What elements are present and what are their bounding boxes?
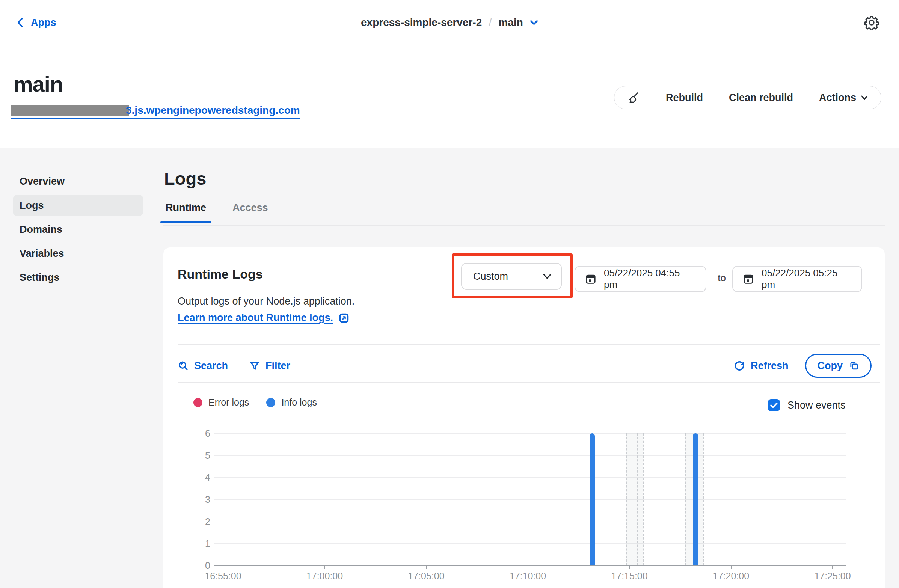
runtime-chart: 012345616:55:0017:00:0017:05:0017:10:001… <box>195 424 886 588</box>
x-axis-tick-label: 17:05:00 <box>408 571 444 582</box>
x-axis-tick-label: 17:20:00 <box>713 571 749 582</box>
refresh-icon <box>734 360 745 372</box>
show-events-label: Show events <box>788 400 846 411</box>
runtime-logs-description: Output logs of your Node.js application. <box>178 295 354 307</box>
breadcrumb-separator: / <box>482 16 498 29</box>
rebuild-button-label: Rebuild <box>666 92 703 103</box>
calendar-icon <box>743 273 754 285</box>
calendar-icon <box>585 273 596 285</box>
environment-title: main <box>14 71 63 97</box>
event-marker-line <box>685 433 686 565</box>
page-title: Logs <box>164 168 206 189</box>
rebuild-button[interactable]: Rebuild <box>653 86 716 109</box>
filter-label: Filter <box>266 360 290 372</box>
x-axis-tick <box>324 565 325 569</box>
environment-url-text: 3.js.wpenginepoweredstaging.com <box>126 104 300 116</box>
y-gridline <box>214 522 846 522</box>
chevron-down-icon <box>861 95 868 100</box>
y-gridline <box>214 499 846 500</box>
event-band <box>626 433 643 565</box>
info-logs-label: Info logs <box>281 397 317 408</box>
tab-runtime[interactable]: Runtime <box>164 202 208 223</box>
y-gridline <box>214 543 846 544</box>
sidebar-item-domains[interactable]: Domains <box>13 219 144 240</box>
clean-rebuild-button-label: Clean rebuild <box>729 92 793 103</box>
refresh-label: Refresh <box>751 360 789 372</box>
breadcrumb-environment: main <box>499 17 523 29</box>
environment-sidebar-nav: Overview Logs Domains Variables Settings <box>13 171 144 288</box>
tab-access[interactable]: Access <box>231 202 270 223</box>
filter-icon <box>249 360 260 371</box>
copy-button[interactable]: Copy <box>805 354 872 378</box>
sidebar-item-domains-label: Domains <box>20 224 62 235</box>
sidebar-item-settings-label: Settings <box>20 272 60 284</box>
chevron-left-icon <box>16 17 25 28</box>
environment-url-link[interactable]: 3.js.wpenginepoweredstaging.com <box>11 104 300 119</box>
sidebar-item-overview[interactable]: Overview <box>13 171 144 192</box>
learn-more-link[interactable]: Learn more about Runtime logs. <box>178 312 350 324</box>
breadcrumb: express-simple-server-2 / main <box>361 16 538 29</box>
date-from-input[interactable]: 05/22/2025 04:55 pm <box>575 266 706 292</box>
x-axis-line <box>214 565 846 566</box>
show-events-toggle[interactable]: Show events <box>768 399 846 411</box>
event-marker-line <box>637 433 638 565</box>
date-to-value: 05/22/2025 05:25 pm <box>762 267 852 291</box>
tab-runtime-label: Runtime <box>165 202 206 213</box>
purge-cache-button[interactable] <box>614 86 653 109</box>
actions-menu-label: Actions <box>819 92 856 103</box>
clean-rebuild-button[interactable]: Clean rebuild <box>716 86 806 109</box>
sidebar-item-variables[interactable]: Variables <box>13 243 144 264</box>
settings-gear-icon[interactable] <box>864 15 879 31</box>
refresh-button[interactable]: Refresh <box>734 360 789 372</box>
date-to-input[interactable]: 05/22/2025 05:25 pm <box>732 266 862 292</box>
broom-icon <box>627 91 640 104</box>
runtime-logs-card: Runtime Logs Output logs of your Node.js… <box>163 247 885 588</box>
sidebar-item-settings[interactable]: Settings <box>13 267 144 288</box>
x-axis-tick <box>731 565 732 569</box>
y-axis-tick-label: 2 <box>195 516 210 527</box>
x-axis-tick-label: 17:10:00 <box>510 571 546 582</box>
x-axis-tick <box>528 565 528 569</box>
logs-tabs: Runtime Access <box>164 202 270 223</box>
log-count-bar[interactable] <box>693 433 698 565</box>
y-axis-tick-label: 1 <box>195 538 210 549</box>
back-to-apps-link[interactable]: Apps <box>16 17 56 29</box>
x-axis-tick-label: 17:15:00 <box>611 571 647 582</box>
top-navigation-bar: Apps express-simple-server-2 / main <box>0 0 899 45</box>
event-marker-line <box>626 433 627 565</box>
log-count-bar[interactable] <box>590 433 595 565</box>
copy-icon <box>849 360 859 371</box>
y-axis-tick-label: 4 <box>195 472 210 483</box>
info-logs-dot <box>266 398 275 407</box>
actions-menu-button[interactable]: Actions <box>806 86 881 109</box>
logs-toolbar: Search Filter Refresh <box>178 354 871 378</box>
sidebar-item-logs-label: Logs <box>20 200 44 211</box>
copy-button-label: Copy <box>817 360 843 372</box>
y-gridline <box>214 455 846 456</box>
legend-item-error-logs: Error logs <box>193 397 249 408</box>
environment-dropdown-chevron-icon[interactable] <box>530 20 538 26</box>
search-button[interactable]: Search <box>178 360 228 372</box>
redacted-url-overlay <box>11 105 129 116</box>
error-logs-dot <box>193 398 202 407</box>
time-range-select-value: Custom <box>473 271 508 282</box>
error-logs-label: Error logs <box>209 397 249 408</box>
sidebar-item-logs[interactable]: Logs <box>13 195 144 216</box>
x-axis-tick <box>426 565 426 569</box>
search-label: Search <box>194 360 228 372</box>
x-axis-tick-label: 17:00:00 <box>306 571 343 582</box>
show-events-checkbox[interactable] <box>768 399 780 411</box>
filter-button[interactable]: Filter <box>249 360 290 372</box>
event-marker-line <box>703 433 704 565</box>
event-marker-line <box>643 433 644 565</box>
breadcrumb-app-name: express-simple-server-2 <box>361 17 482 29</box>
card-divider <box>178 382 880 383</box>
y-axis-tick-label: 5 <box>195 450 210 461</box>
x-axis-tick-label: 17:25:00 <box>814 571 851 582</box>
tab-access-label: Access <box>232 202 268 213</box>
time-range-select[interactable]: Custom <box>461 263 562 290</box>
legend-item-info-logs: Info logs <box>266 397 317 408</box>
environment-actions-button-group: Rebuild Clean rebuild Actions <box>614 86 881 109</box>
x-axis-tick <box>832 565 833 569</box>
y-axis-tick-label: 3 <box>195 494 210 505</box>
